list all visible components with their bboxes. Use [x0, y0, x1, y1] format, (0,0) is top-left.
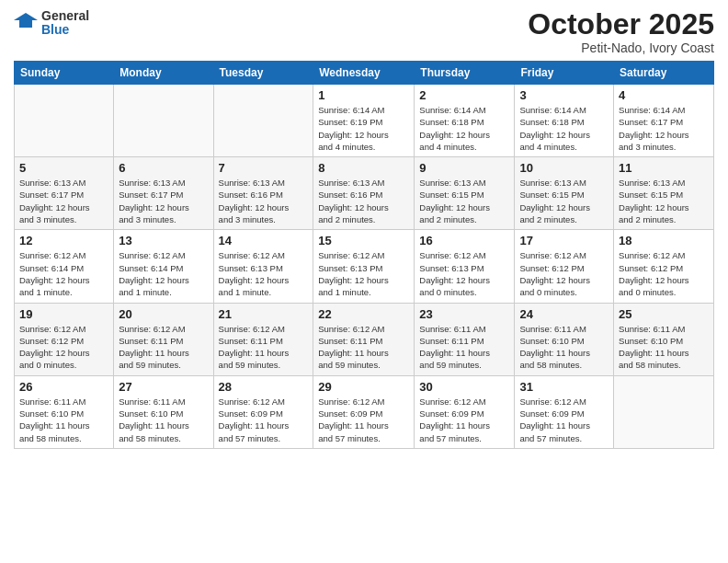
- day-number: 31: [519, 380, 609, 394]
- day-info: Sunrise: 6:13 AMSunset: 6:15 PMDaylight:…: [419, 177, 509, 225]
- day-info: Sunrise: 6:11 AMSunset: 6:10 PMDaylight:…: [19, 396, 108, 444]
- day-number: 25: [619, 307, 709, 321]
- day-info: Sunrise: 6:11 AMSunset: 6:10 PMDaylight:…: [619, 323, 709, 372]
- calendar-cell: 12Sunrise: 6:12 AMSunset: 6:14 PMDayligh…: [15, 230, 114, 303]
- day-info: Sunrise: 6:14 AMSunset: 6:19 PMDaylight:…: [318, 104, 409, 153]
- day-info: Sunrise: 6:12 AMSunset: 6:11 PMDaylight:…: [219, 323, 309, 372]
- page-container: General Blue October 2025 Petit-Nado, Iv…: [0, 0, 728, 458]
- calendar-cell: 2Sunrise: 6:14 AMSunset: 6:18 PMDaylight…: [415, 85, 515, 157]
- weekday-header-sunday: Sunday: [15, 62, 114, 85]
- logo-blue: Blue: [41, 23, 89, 37]
- calendar-cell: 26Sunrise: 6:11 AMSunset: 6:10 PMDayligh…: [15, 375, 114, 448]
- day-info: Sunrise: 6:14 AMSunset: 6:18 PMDaylight:…: [519, 104, 609, 153]
- day-info: Sunrise: 6:14 AMSunset: 6:17 PMDaylight:…: [619, 104, 709, 153]
- day-info: Sunrise: 6:11 AMSunset: 6:10 PMDaylight:…: [119, 396, 208, 444]
- calendar-week-row: 12Sunrise: 6:12 AMSunset: 6:14 PMDayligh…: [15, 230, 714, 303]
- day-number: 26: [19, 380, 108, 394]
- day-number: 14: [219, 234, 309, 247]
- day-number: 2: [419, 88, 509, 102]
- weekday-header-tuesday: Tuesday: [213, 62, 313, 85]
- day-number: 4: [619, 88, 709, 102]
- day-info: Sunrise: 6:12 AMSunset: 6:14 PMDaylight:…: [19, 249, 108, 298]
- calendar-cell: 11Sunrise: 6:13 AMSunset: 6:15 PMDayligh…: [614, 157, 714, 230]
- day-number: 22: [318, 307, 409, 321]
- calendar-week-row: 19Sunrise: 6:12 AMSunset: 6:12 PMDayligh…: [15, 303, 714, 375]
- calendar-week-row: 1Sunrise: 6:14 AMSunset: 6:19 PMDaylight…: [15, 85, 714, 157]
- day-info: Sunrise: 6:11 AMSunset: 6:11 PMDaylight:…: [419, 323, 509, 372]
- calendar-cell: 9Sunrise: 6:13 AMSunset: 6:15 PMDaylight…: [415, 157, 515, 230]
- day-info: Sunrise: 6:12 AMSunset: 6:13 PMDaylight:…: [318, 249, 409, 298]
- weekday-header-monday: Monday: [114, 62, 213, 85]
- day-number: 7: [219, 161, 309, 175]
- day-info: Sunrise: 6:13 AMSunset: 6:16 PMDaylight:…: [219, 177, 309, 225]
- day-number: 12: [19, 234, 108, 247]
- day-info: Sunrise: 6:12 AMSunset: 6:12 PMDaylight:…: [519, 249, 609, 298]
- header: General Blue October 2025 Petit-Nado, Iv…: [14, 9, 714, 55]
- calendar-cell: 21Sunrise: 6:12 AMSunset: 6:11 PMDayligh…: [213, 303, 313, 375]
- weekday-header-saturday: Saturday: [614, 62, 714, 85]
- day-number: 21: [219, 307, 309, 321]
- day-info: Sunrise: 6:13 AMSunset: 6:15 PMDaylight:…: [519, 177, 609, 225]
- day-number: 29: [318, 380, 409, 394]
- day-info: Sunrise: 6:12 AMSunset: 6:09 PMDaylight:…: [318, 396, 409, 444]
- calendar-cell: 23Sunrise: 6:11 AMSunset: 6:11 PMDayligh…: [415, 303, 515, 375]
- weekday-header-friday: Friday: [515, 62, 614, 85]
- weekday-header-wednesday: Wednesday: [313, 62, 415, 85]
- day-number: 6: [119, 161, 208, 175]
- calendar-cell: 10Sunrise: 6:13 AMSunset: 6:15 PMDayligh…: [515, 157, 614, 230]
- day-info: Sunrise: 6:13 AMSunset: 6:17 PMDaylight:…: [19, 177, 108, 225]
- calendar-cell: 28Sunrise: 6:12 AMSunset: 6:09 PMDayligh…: [213, 375, 313, 448]
- day-number: 9: [419, 161, 509, 175]
- day-number: 11: [619, 161, 709, 175]
- calendar-cell: 16Sunrise: 6:12 AMSunset: 6:13 PMDayligh…: [415, 230, 515, 303]
- calendar-cell: 27Sunrise: 6:11 AMSunset: 6:10 PMDayligh…: [114, 375, 213, 448]
- month-title: October 2025: [528, 9, 714, 39]
- day-number: 17: [519, 234, 609, 247]
- day-number: 20: [119, 307, 208, 321]
- svg-marker-0: [14, 13, 38, 28]
- calendar-table: SundayMondayTuesdayWednesdayThursdayFrid…: [14, 61, 714, 449]
- logo-bird-icon: [14, 11, 38, 35]
- calendar-cell: [614, 375, 714, 448]
- day-number: 5: [19, 161, 108, 175]
- calendar-cell: 22Sunrise: 6:12 AMSunset: 6:11 PMDayligh…: [313, 303, 415, 375]
- weekday-header-row: SundayMondayTuesdayWednesdayThursdayFrid…: [15, 62, 714, 85]
- day-info: Sunrise: 6:12 AMSunset: 6:11 PMDaylight:…: [119, 323, 208, 372]
- calendar-cell: [15, 85, 114, 157]
- day-number: 15: [318, 234, 409, 247]
- day-info: Sunrise: 6:12 AMSunset: 6:13 PMDaylight:…: [419, 249, 509, 298]
- calendar-cell: [213, 85, 313, 157]
- day-info: Sunrise: 6:12 AMSunset: 6:09 PMDaylight:…: [219, 396, 309, 444]
- day-info: Sunrise: 6:12 AMSunset: 6:14 PMDaylight:…: [119, 249, 208, 298]
- calendar-week-row: 5Sunrise: 6:13 AMSunset: 6:17 PMDaylight…: [15, 157, 714, 230]
- calendar-cell: 25Sunrise: 6:11 AMSunset: 6:10 PMDayligh…: [614, 303, 714, 375]
- day-number: 18: [619, 234, 709, 247]
- calendar-cell: 13Sunrise: 6:12 AMSunset: 6:14 PMDayligh…: [114, 230, 213, 303]
- location-subtitle: Petit-Nado, Ivory Coast: [528, 40, 714, 55]
- day-number: 10: [519, 161, 609, 175]
- calendar-cell: 20Sunrise: 6:12 AMSunset: 6:11 PMDayligh…: [114, 303, 213, 375]
- calendar-cell: 29Sunrise: 6:12 AMSunset: 6:09 PMDayligh…: [313, 375, 415, 448]
- weekday-header-thursday: Thursday: [415, 62, 515, 85]
- calendar-cell: 6Sunrise: 6:13 AMSunset: 6:17 PMDaylight…: [114, 157, 213, 230]
- day-info: Sunrise: 6:11 AMSunset: 6:10 PMDaylight:…: [519, 323, 609, 372]
- day-number: 3: [519, 88, 609, 102]
- calendar-cell: 24Sunrise: 6:11 AMSunset: 6:10 PMDayligh…: [515, 303, 614, 375]
- day-info: Sunrise: 6:12 AMSunset: 6:12 PMDaylight:…: [619, 249, 709, 298]
- calendar-cell: 15Sunrise: 6:12 AMSunset: 6:13 PMDayligh…: [313, 230, 415, 303]
- title-block: October 2025 Petit-Nado, Ivory Coast: [528, 9, 714, 55]
- calendar-cell: 18Sunrise: 6:12 AMSunset: 6:12 PMDayligh…: [614, 230, 714, 303]
- logo: General Blue: [14, 9, 89, 38]
- day-number: 27: [119, 380, 208, 394]
- calendar-cell: 4Sunrise: 6:14 AMSunset: 6:17 PMDaylight…: [614, 85, 714, 157]
- logo-general: General: [41, 9, 89, 23]
- day-info: Sunrise: 6:12 AMSunset: 6:09 PMDaylight:…: [419, 396, 509, 444]
- calendar-cell: [114, 85, 213, 157]
- day-number: 19: [19, 307, 108, 321]
- day-number: 13: [119, 234, 208, 247]
- calendar-cell: 8Sunrise: 6:13 AMSunset: 6:16 PMDaylight…: [313, 157, 415, 230]
- calendar-cell: 5Sunrise: 6:13 AMSunset: 6:17 PMDaylight…: [15, 157, 114, 230]
- day-info: Sunrise: 6:12 AMSunset: 6:11 PMDaylight:…: [318, 323, 409, 372]
- calendar-cell: 1Sunrise: 6:14 AMSunset: 6:19 PMDaylight…: [313, 85, 415, 157]
- day-number: 16: [419, 234, 509, 247]
